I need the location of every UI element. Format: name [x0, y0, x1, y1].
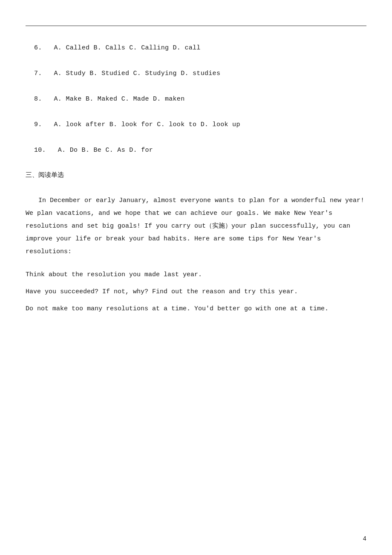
- question-9-number: 9.: [34, 121, 42, 128]
- question-6: 6. A. Called B. Calls C. Calling D. call: [26, 43, 366, 53]
- page-number: 4: [363, 535, 366, 542]
- question-6-text: 6. A. Called B. Calls C. Calling D. call: [34, 44, 201, 52]
- question-9-options: A. look after B. look for C. look to D. …: [54, 121, 240, 128]
- reading-section: In December or early January, almost eve…: [26, 194, 366, 315]
- section-3-title: 三、阅读单选: [26, 172, 64, 179]
- question-8-text: 8. A. Make B. Maked C. Made D. maken: [34, 95, 184, 103]
- page-container: 6. A. Called B. Calls C. Calling D. call…: [0, 0, 392, 555]
- reading-paragraph: In December or early January, almost eve…: [26, 194, 366, 258]
- section-3-header: 三、阅读单选: [26, 171, 366, 179]
- reading-line-1: Think about the resolution you made last…: [26, 269, 366, 281]
- question-9: 9. A. look after B. look for C. look to …: [26, 120, 366, 130]
- question-10-number: 10.: [34, 147, 46, 154]
- question-7-number: 7.: [34, 70, 42, 77]
- reading-line-3-text: Do not make too many resolutions at a ti…: [26, 305, 329, 312]
- top-divider: [26, 26, 366, 26]
- reading-line-3: Do not make too many resolutions at a ti…: [26, 303, 366, 315]
- question-10: 10. A. Do B. Be C. As D. for: [26, 145, 366, 156]
- question-10-options: A. Do B. Be C. As D. for: [58, 147, 153, 154]
- question-7-options: A. Study B. Studied C. Studying D. studi…: [54, 70, 221, 77]
- question-6-number: 6.: [34, 44, 42, 52]
- question-6-options: A. Called B. Calls C. Calling D. call: [54, 44, 201, 52]
- question-10-text: 10. A. Do B. Be C. As D. for: [34, 147, 153, 154]
- question-8: 8. A. Make B. Maked C. Made D. maken: [26, 94, 366, 104]
- question-8-number: 8.: [34, 95, 42, 103]
- reading-line-2: Have you succeeded? If not, why? Find ou…: [26, 286, 366, 298]
- reading-line-1-text: Think about the resolution you made last…: [26, 271, 202, 278]
- reading-paragraph-text: In December or early January, almost eve…: [26, 197, 364, 255]
- question-8-options: A. Make B. Maked C. Made D. maken: [54, 95, 185, 103]
- question-7-text: 7. A. Study B. Studied C. Studying D. st…: [34, 70, 220, 77]
- question-7: 7. A. Study B. Studied C. Studying D. st…: [26, 69, 366, 79]
- page-number-text: 4: [363, 535, 366, 542]
- question-9-text: 9. A. look after B. look for C. look to …: [34, 121, 240, 128]
- reading-line-2-text: Have you succeeded? If not, why? Find ou…: [26, 288, 298, 295]
